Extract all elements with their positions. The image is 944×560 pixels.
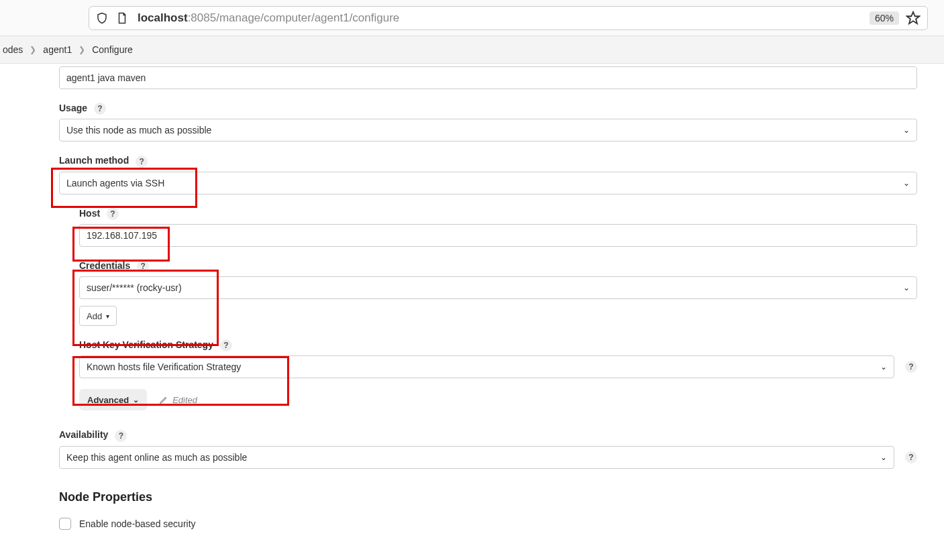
availability-select[interactable]: Keep this agent online as much as possib… <box>59 446 894 469</box>
usage-value: Use this node as much as possible <box>66 125 211 135</box>
host-value: 192.168.107.195 <box>87 230 157 241</box>
chevron-down-icon: ⌄ <box>903 125 910 135</box>
page-icon <box>116 12 128 24</box>
chevron-right-icon: ❯ <box>78 45 85 54</box>
enable-node-security-checkbox[interactable] <box>59 518 71 530</box>
credentials-label: Credentials <box>79 260 130 271</box>
breadcrumb-item[interactable]: Configure <box>92 44 133 55</box>
help-icon[interactable]: ? <box>905 451 917 463</box>
usage-label: Usage <box>59 103 87 113</box>
host-key-value: Known hosts file Verification Strategy <box>87 361 241 372</box>
bookmark-star-icon[interactable] <box>906 11 921 25</box>
advanced-button[interactable]: Advanced ⌄ <box>79 389 147 410</box>
host-label: Host <box>79 208 100 219</box>
configure-form: agent1 java maven Usage ? Use this node … <box>59 64 917 530</box>
help-icon[interactable]: ? <box>136 156 148 168</box>
labels-input-value: agent1 java maven <box>66 72 146 83</box>
edited-label: Edited <box>172 395 197 405</box>
breadcrumb-item[interactable]: agent1 <box>43 44 72 55</box>
pencil-icon <box>159 395 168 404</box>
node-properties-title: Node Properties <box>59 490 917 504</box>
shield-icon <box>96 12 108 24</box>
advanced-label: Advanced <box>87 395 129 405</box>
availability-label: Availability <box>59 429 108 440</box>
add-label: Add <box>87 311 102 321</box>
launch-method-label: Launch method <box>59 155 129 166</box>
credentials-select[interactable]: suser/****** (rocky-usr) ⌄ <box>79 276 917 299</box>
help-icon[interactable]: ? <box>115 430 127 442</box>
chevron-down-icon: ⌄ <box>903 283 910 292</box>
help-icon[interactable]: ? <box>905 361 917 373</box>
edited-indicator: Edited <box>159 395 197 405</box>
add-credentials-button[interactable]: Add ▾ <box>79 306 117 326</box>
url-text: localhost:8085/manage/computer/agent1/co… <box>138 11 870 25</box>
svg-marker-0 <box>907 11 919 23</box>
host-input[interactable]: 192.168.107.195 <box>79 224 917 247</box>
breadcrumb-item[interactable]: odes <box>3 44 23 55</box>
enable-node-security-label: Enable node-based security <box>79 518 196 529</box>
launch-method-value: Launch agents via SSH <box>66 178 164 188</box>
chevron-down-icon: ⌄ <box>880 362 887 372</box>
chevron-down-icon: ⌄ <box>903 178 910 188</box>
host-key-strategy-select[interactable]: Known hosts file Verification Strategy ⌄ <box>79 355 894 378</box>
help-icon[interactable]: ? <box>220 339 232 351</box>
availability-value: Keep this agent online as much as possib… <box>66 452 247 463</box>
zoom-level-badge[interactable]: 60% <box>870 11 899 25</box>
chevron-down-icon: ⌄ <box>133 396 139 404</box>
help-icon[interactable]: ? <box>107 208 119 220</box>
host-key-strategy-label: Host Key Verification Strategy <box>79 339 213 350</box>
credentials-value: suser/****** (rocky-usr) <box>87 282 182 293</box>
chevron-right-icon: ❯ <box>30 45 36 54</box>
caret-down-icon: ▾ <box>106 313 109 320</box>
chevron-down-icon: ⌄ <box>880 453 887 462</box>
help-icon[interactable]: ? <box>94 103 106 115</box>
labels-input[interactable]: agent1 java maven <box>59 66 917 89</box>
help-icon[interactable]: ? <box>137 260 149 272</box>
browser-address-bar: localhost:8085/manage/computer/agent1/co… <box>0 0 944 36</box>
launch-method-select[interactable]: Launch agents via SSH ⌄ <box>59 172 917 194</box>
url-bar[interactable]: localhost:8085/manage/computer/agent1/co… <box>89 6 928 30</box>
usage-select[interactable]: Use this node as much as possible ⌄ <box>59 119 917 142</box>
breadcrumb: odes ❯ agent1 ❯ Configure <box>0 36 944 64</box>
